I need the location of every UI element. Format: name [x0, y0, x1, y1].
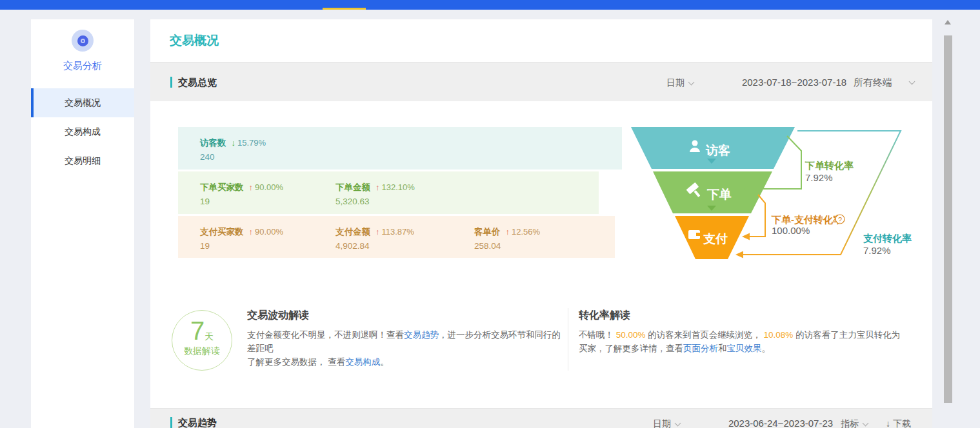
top-nav-bar	[0, 0, 980, 10]
section-title-overview: 交易总览	[170, 77, 217, 88]
metric-name: 支付买家数	[200, 227, 244, 237]
sidebar: 交易分析 交易概况 交易构成 交易明细	[31, 19, 134, 428]
section-title-trend: 交易趋势	[170, 417, 217, 428]
trend-up-icon: ↑	[249, 182, 254, 192]
insight-text: 支付金额变化不明显，不进则退啊！查看交易趋势，进一步分析交易环节和同行的差距吧了…	[247, 328, 565, 369]
metric-cell-avg-order-value: 客单价↑12.56% 258.04	[474, 226, 540, 251]
funnel-stage-label: 下单	[706, 188, 732, 201]
trend-up-icon: ↑	[375, 227, 380, 237]
sidebar-module-title: 交易分析	[31, 60, 134, 72]
date-range-value[interactable]: 2023-07-18~2023-07-18	[717, 77, 872, 88]
badge-caption: 数据解读	[172, 345, 232, 357]
trend-down-icon: ↓	[232, 138, 236, 148]
active-tab-underline	[323, 8, 366, 10]
metric-name: 客单价	[474, 227, 501, 237]
trend-up-icon: ↑	[249, 227, 254, 237]
trade-fluctuation-insight: 交易波动解读 支付金额变化不明显，不进则退啊！查看交易趋势，进一步分析交易环节和…	[247, 309, 565, 369]
metric-value: 4,902.84	[335, 241, 414, 251]
terminal-select[interactable]: 所有终端	[854, 77, 892, 89]
sidebar-item-trade-detail[interactable]: 交易明细	[31, 146, 134, 175]
metric-pct: 15.79%	[237, 138, 266, 148]
metric-cell-order-buyers: 下单买家数↑90.00% 19	[200, 181, 283, 206]
highlight-value: 50.00%	[616, 330, 646, 340]
highlight-value: 10.08%	[764, 330, 794, 340]
metric-cell-pay-amount: 支付金额↑113.87% 4,902.84	[335, 226, 414, 251]
overview-section-header: 交易总览 日期 2023-07-18~2023-07-18 所有终端	[150, 62, 932, 101]
sidebar-item-trade-composition[interactable]: 交易构成	[31, 117, 134, 146]
metric-pct: 90.00%	[255, 227, 283, 237]
sidebar-item-label: 交易明细	[65, 155, 101, 166]
metric-row-visitor: 访客数↓15.79% 240	[178, 127, 622, 170]
active-indicator-bar	[31, 88, 34, 117]
target-icon	[77, 35, 88, 46]
funnel-stage-label: 支付	[703, 232, 728, 246]
metric-value: 19	[200, 241, 283, 251]
metric-row-pay: 支付买家数↑90.00% 19 支付金额↑113.87% 4,902.84 客单…	[178, 216, 615, 258]
trend-date-filter-dropdown[interactable]: 日期	[653, 418, 680, 428]
scrollbar-thumb[interactable]	[944, 35, 952, 403]
link-trade-composition[interactable]: 交易构成	[345, 357, 380, 367]
rate-label: 下单转化率	[805, 160, 854, 171]
arrow-left-icon	[742, 233, 750, 240]
metric-value: 240	[200, 152, 266, 162]
svg-text:?: ?	[838, 216, 842, 224]
days-badge: 7天 数据解读	[172, 310, 232, 371]
metric-cell-pay-buyers: 支付买家数↑90.00% 19	[200, 226, 283, 251]
metric-value: 5,320.63	[335, 197, 415, 206]
link-trade-trend[interactable]: 交易趋势	[404, 330, 439, 340]
metric-name: 访客数	[200, 138, 226, 148]
sidebar-item-label: 交易概况	[65, 97, 101, 108]
metric-name: 支付金额	[335, 227, 370, 237]
sidebar-item-trade-overview[interactable]: 交易概况	[31, 88, 134, 117]
page-header: 交易概况	[150, 19, 932, 62]
conversion-funnel: 访客 下单 支付 下单转化率 7.92% 下单-支付转化率 ? 100.00% …	[619, 119, 916, 268]
metric-value: 19	[200, 197, 283, 206]
trend-up-icon: ↑	[506, 227, 510, 237]
arrow-left-icon	[735, 251, 743, 258]
badge-days: 7	[190, 316, 205, 345]
trend-date-range-value[interactable]: 2023-06-24~2023-07-23	[706, 418, 855, 428]
insights-divider	[568, 308, 568, 371]
help-icon[interactable]: ?	[835, 215, 845, 224]
sidebar-menu: 交易概况 交易构成 交易明细	[31, 88, 134, 175]
chevron-down-icon	[863, 420, 869, 427]
metric-name: 下单金额	[335, 182, 370, 192]
rate-value: 7.92%	[863, 245, 891, 256]
trend-up-icon: ↑	[375, 182, 380, 192]
sidebar-item-label: 交易构成	[65, 126, 101, 137]
metric-pct: 132.10%	[382, 182, 415, 192]
scroll-up-icon[interactable]	[945, 20, 951, 24]
insight-text: 不错哦！ 50.00% 的访客来到首页会继续浏览， 10.08% 的访客看了主力…	[579, 328, 905, 355]
chevron-down-icon	[688, 79, 695, 86]
rate-label: 下单-支付转化率	[771, 214, 843, 225]
chevron-down-icon[interactable]	[909, 79, 915, 85]
link-page-analysis[interactable]: 页面分析	[683, 344, 718, 353]
download-button[interactable]: ↓ 下载	[886, 418, 911, 428]
badge-unit: 天	[205, 331, 214, 342]
link-item-effect[interactable]: 宝贝效果	[727, 344, 762, 353]
trade-analysis-module-icon	[72, 30, 94, 52]
chevron-down-icon	[675, 420, 681, 427]
metric-pct: 12.56%	[512, 227, 540, 237]
insight-title: 交易波动解读	[247, 309, 565, 322]
metric-name: 下单买家数	[200, 182, 244, 192]
insight-title: 转化率解读	[579, 309, 905, 322]
metric-value: 258.04	[474, 241, 540, 251]
download-icon: ↓	[886, 418, 890, 428]
conversion-rate-insight: 转化率解读 不错哦！ 50.00% 的访客来到首页会继续浏览， 10.08% 的…	[579, 309, 905, 355]
metric-select-dropdown[interactable]: 指标	[841, 418, 868, 428]
wallet-icon	[688, 230, 700, 239]
metric-cell-order-amount: 下单金额↑132.10% 5,320.63	[335, 181, 415, 206]
trend-section-header: 交易趋势 日期 2023-06-24~2023-07-23 指标 ↓ 下载	[150, 408, 932, 428]
date-filter-dropdown[interactable]: 日期	[666, 77, 694, 89]
page-title: 交易概况	[170, 32, 219, 49]
metric-row-order: 下单买家数↑90.00% 19 下单金额↑132.10% 5,320.63	[178, 171, 599, 214]
funnel-stage-label: 访客	[705, 144, 730, 157]
rate-value: 7.92%	[805, 172, 833, 183]
metric-pct: 90.00%	[255, 182, 283, 192]
rate-value: 100.00%	[772, 225, 810, 236]
metric-pct: 113.87%	[382, 227, 414, 237]
main-content: 交易概况 交易总览 日期 2023-07-18~2023-07-18 所有终端 …	[150, 19, 932, 428]
metric-cell-visitors: 访客数↓15.79% 240	[200, 137, 266, 162]
rate-label: 支付转化率	[863, 233, 912, 244]
